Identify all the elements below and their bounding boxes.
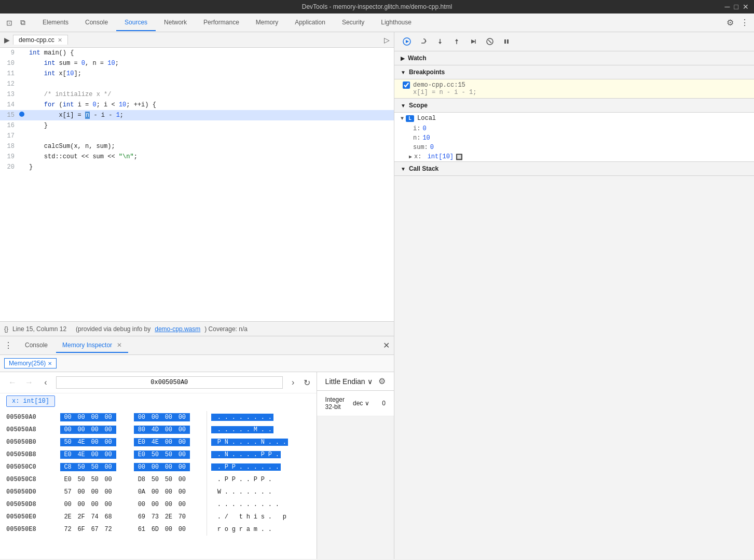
hex-byte[interactable]: 50 bbox=[62, 438, 74, 446]
hex-byte[interactable]: 00 bbox=[176, 500, 188, 509]
nav-prev-btn[interactable]: ‹ bbox=[39, 376, 52, 389]
hex-byte[interactable]: 2F bbox=[76, 513, 87, 521]
hex-byte[interactable]: 2E bbox=[163, 513, 174, 521]
hex-byte[interactable]: 00 bbox=[76, 488, 87, 496]
panel-menu-icon[interactable]: ⋮ bbox=[4, 340, 12, 350]
hex-byte[interactable]: 00 bbox=[149, 488, 161, 496]
device-icon[interactable]: ⧉ bbox=[18, 18, 28, 28]
bp-checkbox-label[interactable]: demo-cpp.cc:15 bbox=[403, 81, 746, 89]
hex-byte[interactable]: 00 bbox=[163, 525, 174, 534]
more-icon[interactable]: ⋮ bbox=[739, 18, 750, 28]
cursor-icon[interactable]: ⊡ bbox=[4, 18, 15, 28]
mem-var-label[interactable]: x: int[10] bbox=[6, 395, 55, 407]
hex-byte[interactable]: 00 bbox=[103, 488, 114, 496]
source-file-tab[interactable]: demo-cpp.cc ✕ bbox=[13, 35, 68, 45]
mem-hex-table-wrap[interactable]: 005050A00000000000000000........005050A8… bbox=[0, 411, 317, 559]
hex-byte[interactable]: 00 bbox=[176, 463, 188, 471]
hex-byte[interactable]: 00 bbox=[76, 426, 87, 434]
hex-byte[interactable]: 00 bbox=[163, 488, 174, 496]
hex-byte[interactable]: 00 bbox=[76, 500, 87, 509]
tab-elements[interactable]: Elements bbox=[34, 15, 77, 31]
hex-byte[interactable]: 00 bbox=[89, 488, 101, 496]
tab-network[interactable]: Network bbox=[156, 15, 195, 31]
memory-256-tab[interactable]: Memory(256) ✕ bbox=[4, 358, 57, 368]
hex-byte[interactable]: 00 bbox=[136, 500, 147, 509]
tab-memory-inspector[interactable]: Memory Inspector ✕ bbox=[56, 338, 128, 353]
hex-byte[interactable]: 00 bbox=[176, 413, 188, 421]
tab-console[interactable]: Console bbox=[77, 15, 116, 31]
hex-byte[interactable]: 00 bbox=[89, 438, 101, 446]
call-stack-section-header[interactable]: ▼ Call Stack bbox=[394, 162, 754, 176]
hex-byte[interactable]: 50 bbox=[163, 475, 174, 484]
hex-byte[interactable]: 00 bbox=[163, 426, 174, 434]
hex-byte[interactable]: 00 bbox=[89, 426, 101, 434]
x-expand-arrow[interactable]: ▶ bbox=[409, 154, 412, 160]
hex-byte[interactable]: 4E bbox=[76, 450, 87, 459]
minimize-btn[interactable]: ─ bbox=[725, 3, 730, 11]
nav-back-btn[interactable]: ← bbox=[6, 376, 19, 389]
hex-byte[interactable]: 00 bbox=[176, 488, 188, 496]
hex-byte[interactable]: 50 bbox=[149, 475, 161, 484]
tab-performance[interactable]: Performance bbox=[195, 15, 248, 31]
gear-icon[interactable]: ⚙ bbox=[378, 376, 386, 386]
hex-byte[interactable]: 00 bbox=[62, 500, 74, 509]
title-bar-controls[interactable]: ─ □ ✕ bbox=[725, 3, 749, 11]
step-over-btn[interactable] bbox=[417, 35, 430, 48]
hex-byte[interactable]: 00 bbox=[163, 500, 174, 509]
tab-memory[interactable]: Memory bbox=[248, 15, 286, 31]
hex-byte[interactable]: 61 bbox=[136, 525, 147, 534]
hex-byte[interactable]: 00 bbox=[176, 438, 188, 446]
step-out-btn[interactable] bbox=[450, 35, 463, 48]
hex-byte[interactable]: 72 bbox=[103, 525, 114, 534]
hex-byte[interactable]: 72 bbox=[62, 525, 74, 534]
refresh-btn[interactable]: ↻ bbox=[304, 378, 310, 388]
format-btn[interactable]: ▷ bbox=[384, 36, 390, 44]
hex-byte[interactable]: 0A bbox=[136, 488, 147, 496]
hex-byte[interactable]: 50 bbox=[89, 475, 101, 484]
resume-btn[interactable] bbox=[401, 35, 413, 48]
hex-byte[interactable]: 67 bbox=[89, 525, 101, 534]
curly-brace-icon[interactable]: {} bbox=[4, 325, 8, 333]
hex-byte[interactable]: 00 bbox=[103, 500, 114, 509]
tab-security[interactable]: Security bbox=[334, 15, 373, 31]
hex-byte[interactable]: E0 bbox=[62, 450, 74, 459]
hex-byte[interactable]: 57 bbox=[62, 488, 74, 496]
hex-byte[interactable]: D8 bbox=[136, 475, 147, 484]
hex-byte[interactable]: 00 bbox=[103, 475, 114, 484]
hex-byte[interactable]: 50 bbox=[76, 463, 87, 471]
hex-byte[interactable]: 2E bbox=[62, 513, 74, 521]
hex-byte[interactable]: 00 bbox=[163, 438, 174, 446]
hex-byte[interactable]: 50 bbox=[149, 450, 161, 459]
tab-application[interactable]: Application bbox=[286, 15, 334, 31]
hex-byte[interactable]: 00 bbox=[103, 426, 114, 434]
hex-byte[interactable]: 00 bbox=[163, 413, 174, 421]
tab-console-bottom[interactable]: Console bbox=[19, 338, 54, 353]
hex-byte[interactable]: 6D bbox=[149, 525, 161, 534]
endian-select[interactable]: Little Endian ∨ bbox=[325, 377, 373, 386]
hex-byte[interactable]: E0 bbox=[136, 438, 147, 446]
hex-byte[interactable]: 00 bbox=[62, 426, 74, 434]
nav-fwd-btn[interactable]: → bbox=[23, 376, 35, 389]
hex-byte[interactable]: 6F bbox=[76, 525, 87, 534]
memory-icon[interactable]: 🔲 bbox=[456, 154, 463, 160]
hex-byte[interactable]: E0 bbox=[62, 475, 74, 484]
hex-byte[interactable]: 50 bbox=[89, 463, 101, 471]
hex-byte[interactable]: 00 bbox=[89, 413, 101, 421]
sidebar-toggle[interactable]: ▶ bbox=[4, 36, 10, 44]
hex-byte[interactable]: 00 bbox=[149, 463, 161, 471]
hex-byte[interactable]: 4E bbox=[149, 438, 161, 446]
hex-byte[interactable]: 73 bbox=[149, 513, 161, 521]
code-editor[interactable]: 9 int main() { 10 int sum = 0, n = 10; 1… bbox=[0, 48, 394, 321]
close-btn[interactable]: ✕ bbox=[743, 3, 749, 11]
hex-byte[interactable]: 00 bbox=[103, 438, 114, 446]
hex-byte[interactable]: 00 bbox=[136, 413, 147, 421]
hex-byte[interactable]: 00 bbox=[62, 413, 74, 421]
hex-byte[interactable]: 70 bbox=[176, 513, 188, 521]
deactivate-btn[interactable] bbox=[484, 35, 496, 48]
hex-byte[interactable]: 00 bbox=[176, 525, 188, 534]
maximize-btn[interactable]: □ bbox=[734, 3, 738, 11]
hex-byte[interactable]: 00 bbox=[163, 463, 174, 471]
hex-byte[interactable]: 00 bbox=[103, 463, 114, 471]
hex-byte[interactable]: 00 bbox=[176, 450, 188, 459]
memory-tab-close[interactable]: ✕ bbox=[48, 361, 52, 366]
